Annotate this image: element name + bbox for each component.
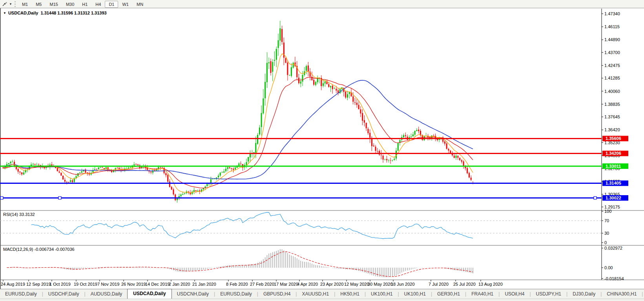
svg-text:1.42475: 1.42475 <box>604 63 620 68</box>
svg-text:4 Apr 2020: 4 Apr 2020 <box>297 282 318 286</box>
svg-text:23 Apr 2020: 23 Apr 2020 <box>320 282 343 286</box>
svg-text:0.00: 0.00 <box>604 265 613 270</box>
svg-text:0.032972: 0.032972 <box>604 246 622 250</box>
chart-tab-usdchf-daily[interactable]: USDCHF,Daily <box>43 290 84 298</box>
svg-text:27 Feb 2020: 27 Feb 2020 <box>250 282 274 286</box>
svg-text:2 Jan 2020: 2 Jan 2020 <box>169 282 190 286</box>
svg-text:19 Oct 2019: 19 Oct 2019 <box>74 282 97 286</box>
svg-text:30: 30 <box>604 231 609 236</box>
collapse-triangle-icon[interactable]: ▼ <box>3 11 6 15</box>
svg-text:26 Nov 2019: 26 Nov 2019 <box>121 282 146 286</box>
svg-text:1.31405: 1.31405 <box>606 181 621 185</box>
svg-text:7 Jul 2020: 7 Jul 2020 <box>429 282 449 286</box>
svg-text:-0.018154: -0.018154 <box>604 276 624 281</box>
chart-tab-eurusd-daily[interactable]: EURUSD,Daily <box>0 290 42 298</box>
status-bar <box>0 299 644 301</box>
macd-indicator-label: MACD(12,26,9) -0.006734 -0.007036 <box>3 247 75 252</box>
chart-tab-china300-h1[interactable]: CHINA300,H1 <box>602 290 642 298</box>
chart-tabs: EURUSD,Daily|USDCHF,Daily|AUDUSD,DailyUS… <box>0 290 644 299</box>
svg-text:13 Aug 2020: 13 Aug 2020 <box>478 282 503 286</box>
chart-tab-ger30-h1[interactable]: GER30,H1 <box>432 290 465 298</box>
svg-text:1.35606: 1.35606 <box>606 136 621 141</box>
svg-text:1.44890: 1.44890 <box>604 37 620 42</box>
chart-title: ▼USDCAD,Daily 1.31448 1.31596 1.31312 1.… <box>3 11 107 15</box>
svg-text:1.40060: 1.40060 <box>604 89 620 94</box>
svg-text:24 Aug 2019: 24 Aug 2019 <box>1 282 25 286</box>
chart-tab-bar: EURUSD,Daily|USDCHF,Daily|AUDUSD,DailyUS… <box>0 289 644 299</box>
chart-ohlc-values: 1.31448 1.31596 1.31312 1.31393 <box>40 11 106 15</box>
chart-tab-uk100-h1[interactable]: UK100,H1 <box>399 290 431 298</box>
svg-text:25 Jul 2020: 25 Jul 2020 <box>453 282 476 286</box>
chart-tab-audusd-daily[interactable]: AUDUSD,Daily <box>86 290 128 298</box>
svg-text:12 May 2020: 12 May 2020 <box>344 282 369 286</box>
mt4-window: ▼ M1M5M15M30H1H4D1W1MN 1.473401.461151.4… <box>0 0 644 301</box>
svg-text:0: 0 <box>604 240 607 245</box>
chart-tab-usdcad-daily[interactable]: USDCAD,Daily <box>127 289 171 299</box>
svg-text:18 Jun 2020: 18 Jun 2020 <box>391 282 415 286</box>
chart-tab-fra40-h1[interactable]: FRA40,H1 <box>466 290 498 298</box>
chart-tab-usdjpy-h1[interactable]: USDJPY,H1 <box>531 290 566 298</box>
svg-text:1.36420: 1.36420 <box>604 127 620 132</box>
svg-text:7 Nov 2019: 7 Nov 2019 <box>97 282 119 286</box>
svg-text:1.30022: 1.30022 <box>606 196 621 200</box>
chart-tab-eurusd-daily[interactable]: EURUSD,Daily <box>215 290 257 298</box>
svg-text:100: 100 <box>604 209 611 214</box>
chart-tab-dj30-daily[interactable]: DJ30,Daily <box>567 290 600 298</box>
svg-text:70: 70 <box>604 218 609 223</box>
chart-tab-uk100-h1[interactable]: UK100,H1 <box>366 290 398 298</box>
svg-text:12 Sep 2019: 12 Sep 2019 <box>26 282 51 286</box>
svg-text:21 Jan 2020: 21 Jan 2020 <box>192 282 216 286</box>
svg-text:1.37645: 1.37645 <box>604 114 620 119</box>
chart-symbol: USDCAD,Daily <box>8 11 38 15</box>
chart-tab-gbpusd-h4[interactable]: GBPUSD,H4 <box>258 290 296 298</box>
chart-tab-usoil-h4[interactable]: USOil,H4 <box>500 290 529 298</box>
svg-text:1.38835: 1.38835 <box>604 102 620 107</box>
svg-text:1.47340: 1.47340 <box>604 11 620 16</box>
svg-text:8 Feb 2020: 8 Feb 2020 <box>226 282 248 286</box>
svg-text:30 May 2020: 30 May 2020 <box>368 282 393 286</box>
svg-text:14 Dec 2019: 14 Dec 2019 <box>145 282 170 286</box>
svg-text:17 Mar 2020: 17 Mar 2020 <box>274 282 298 286</box>
rsi-indicator-label: RSI(14) 33.3132 <box>3 212 35 217</box>
svg-text:1.33011: 1.33011 <box>606 164 621 169</box>
svg-text:1 Oct 2019: 1 Oct 2019 <box>49 282 71 286</box>
price-chart[interactable]: 1.473401.461151.448901.437001.424751.412… <box>0 0 644 289</box>
svg-text:1.46115: 1.46115 <box>604 24 620 29</box>
chart-tab-hk50-h1[interactable]: HK50,H1 <box>335 290 365 298</box>
chart-tab-xauusd-h1[interactable]: XAUUSD,H1 <box>297 290 334 298</box>
svg-text:1.34206: 1.34206 <box>606 151 621 156</box>
svg-text:1.43700: 1.43700 <box>604 50 620 55</box>
chart-tab-usdcnh-daily[interactable]: USDCNH,Daily <box>172 290 214 298</box>
svg-text:1.41285: 1.41285 <box>604 76 620 80</box>
